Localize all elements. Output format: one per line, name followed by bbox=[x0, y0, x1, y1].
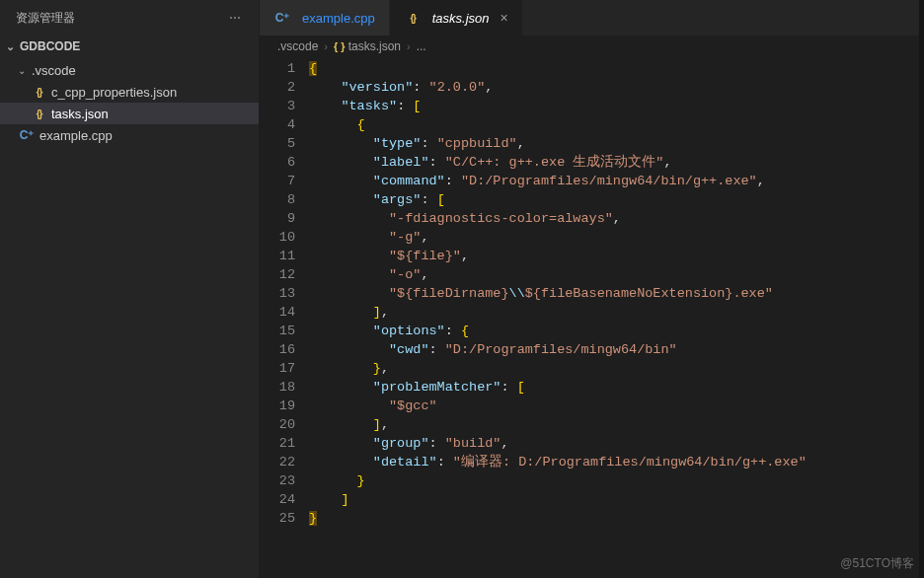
file-label: tasks.json bbox=[51, 107, 109, 121]
json-icon: { } bbox=[334, 40, 346, 52]
code-line[interactable]: { bbox=[309, 115, 919, 134]
cpp-icon: C⁺ bbox=[273, 9, 291, 27]
code-line[interactable]: "${fileDirname}\\${fileBasenameNoExtensi… bbox=[309, 284, 919, 303]
code-line[interactable]: "cwd": "D:/Programfiles/mingw64/bin" bbox=[309, 340, 919, 359]
json-icon bbox=[30, 105, 47, 122]
code-line[interactable]: ], bbox=[309, 415, 919, 434]
file-example-cpp[interactable]: C⁺ example.cpp bbox=[0, 124, 259, 146]
breadcrumb-seg[interactable]: .vscode bbox=[277, 39, 318, 53]
chevron-right-icon: › bbox=[407, 40, 411, 52]
line-gutter: 1234567891011121314151617181920212223242… bbox=[260, 59, 309, 578]
folder-label: .vscode bbox=[32, 63, 76, 78]
code-line[interactable]: "detail": "编译器: D:/Programfiles/mingw64/… bbox=[309, 453, 919, 471]
code-line[interactable]: "command": "D:/Programfiles/mingw64/bin/… bbox=[309, 172, 919, 190]
folder-vscode[interactable]: ⌄ .vscode bbox=[0, 59, 259, 81]
code-line[interactable]: "problemMatcher": [ bbox=[309, 378, 919, 397]
file-label: c_cpp_properties.json bbox=[51, 85, 177, 100]
code-line[interactable]: } bbox=[309, 471, 919, 490]
code-line[interactable]: ], bbox=[309, 303, 919, 322]
breadcrumb-seg[interactable]: ... bbox=[417, 39, 426, 53]
explorer-title: 资源管理器 bbox=[16, 10, 75, 27]
tab-bar: C⁺ example.cpp tasks.json × bbox=[260, 0, 919, 36]
code-content[interactable]: { "version": "2.0.0", "tasks": [ { "type… bbox=[309, 59, 919, 578]
file-tasks-json[interactable]: tasks.json bbox=[0, 103, 259, 124]
tab-tasks-json[interactable]: tasks.json × bbox=[390, 0, 523, 36]
code-line[interactable]: }, bbox=[309, 359, 919, 378]
code-line[interactable]: ] bbox=[309, 490, 919, 509]
json-icon bbox=[404, 9, 422, 27]
json-icon bbox=[30, 83, 47, 101]
code-line[interactable]: "-fdiagnostics-color=always", bbox=[309, 209, 919, 228]
chevron-down-icon: ⌄ bbox=[6, 40, 20, 53]
file-tree: ⌄ .vscode c_cpp_properties.json tasks.js… bbox=[0, 57, 259, 146]
explorer-sidebar: 资源管理器 ⋯ ⌄ GDBCODE ⌄ .vscode c_cpp_proper… bbox=[0, 0, 260, 578]
code-line[interactable]: "version": "2.0.0", bbox=[309, 78, 919, 97]
code-line[interactable]: "tasks": [ bbox=[309, 97, 919, 115]
project-name: GDBCODE bbox=[20, 39, 80, 53]
editor-area: C⁺ example.cpp tasks.json × .vscode › { … bbox=[260, 0, 924, 578]
breadcrumb-seg[interactable]: tasks.json bbox=[348, 39, 401, 53]
code-editor[interactable]: 1234567891011121314151617181920212223242… bbox=[260, 57, 919, 578]
code-line[interactable]: { bbox=[309, 59, 919, 78]
code-line[interactable]: } bbox=[309, 509, 919, 528]
code-line[interactable]: "label": "C/C++: g++.exe 生成活动文件", bbox=[309, 153, 919, 172]
code-line[interactable]: "options": { bbox=[309, 322, 919, 340]
breadcrumb[interactable]: .vscode › { }tasks.json › ... bbox=[260, 36, 919, 57]
chevron-down-icon: ⌄ bbox=[18, 65, 32, 76]
code-line[interactable]: "$gcc" bbox=[309, 397, 919, 415]
code-line[interactable]: "type": "cppbuild", bbox=[309, 134, 919, 153]
file-label: example.cpp bbox=[39, 128, 113, 143]
explorer-more-icon[interactable]: ⋯ bbox=[229, 11, 243, 25]
project-root[interactable]: ⌄ GDBCODE bbox=[0, 36, 259, 57]
tab-example-cpp[interactable]: C⁺ example.cpp bbox=[260, 0, 390, 36]
cpp-icon: C⁺ bbox=[18, 126, 36, 144]
close-icon[interactable]: × bbox=[497, 10, 508, 26]
code-line[interactable]: "group": "build", bbox=[309, 434, 919, 453]
tab-label: tasks.json bbox=[432, 11, 490, 26]
chevron-right-icon: › bbox=[324, 40, 328, 52]
watermark: @51CTO博客 bbox=[840, 555, 914, 572]
code-line[interactable]: "-g", bbox=[309, 228, 919, 247]
code-line[interactable]: "${file}", bbox=[309, 247, 919, 265]
code-line[interactable]: "args": [ bbox=[309, 190, 919, 209]
tab-label: example.cpp bbox=[302, 11, 375, 26]
file-c-cpp-properties[interactable]: c_cpp_properties.json bbox=[0, 81, 259, 103]
code-line[interactable]: "-o", bbox=[309, 265, 919, 284]
explorer-header: 资源管理器 ⋯ bbox=[0, 0, 259, 36]
